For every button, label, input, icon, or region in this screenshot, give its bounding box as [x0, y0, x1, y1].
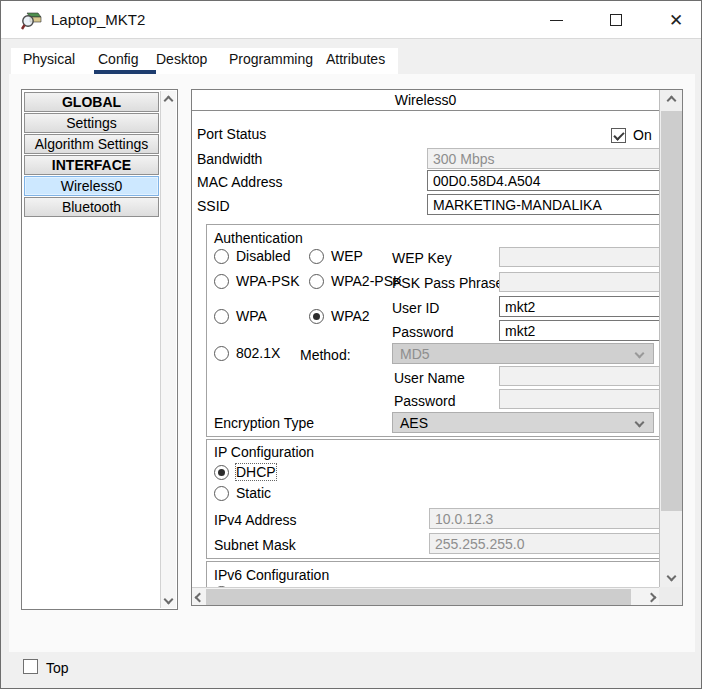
panel-vertical-scrollbar[interactable] [659, 90, 682, 587]
auth-password-field[interactable]: mkt2 [499, 320, 659, 341]
auth-radio-wpa-psk[interactable]: WPA-PSK [214, 272, 300, 290]
packet-tracer-device-icon [20, 8, 44, 32]
ssid-field[interactable]: MARKETING-MANDALIKA [427, 194, 659, 215]
ip-configuration-title: IP Configuration [214, 444, 314, 460]
maximize-button[interactable] [596, 1, 636, 39]
wep-key-field [499, 247, 659, 267]
mac-address-field[interactable]: 00D0.58D4.A504 [427, 170, 659, 191]
config-sidebar: GLOBAL Settings Algorithm Settings INTER… [21, 89, 178, 610]
sidebar-item-wireless0[interactable]: Wireless0 [24, 176, 159, 196]
panel-title: Wireless0 [192, 90, 659, 111]
auth-radio-wpa2[interactable]: WPA2 [309, 307, 370, 325]
radio-selected-icon[interactable] [214, 465, 229, 480]
authentication-groupbox: Authentication Disabled WEP WEP Key WPA-… [206, 224, 659, 437]
sidebar-scrollbar[interactable] [160, 91, 176, 608]
interface-panel: Wireless0 Port Status On Bandwidth 300 M… [191, 89, 683, 606]
close-button[interactable]: ✕ [656, 1, 696, 39]
ip-configuration-groupbox: IP Configuration DHCP Static IPv4 Addres… [206, 439, 659, 559]
encryption-type-label: Encryption Type [214, 415, 314, 431]
dot1x-username-field [499, 366, 659, 386]
tab-programming[interactable]: Programming [229, 48, 313, 70]
user-id-field[interactable]: mkt2 [499, 296, 659, 317]
tab-physical[interactable]: Physical [23, 48, 75, 70]
ipv6-configuration-groupbox: IPv6 Configuration [206, 561, 659, 587]
encryption-type-select[interactable]: AES [392, 412, 654, 433]
port-status-checkbox-row[interactable]: On [611, 126, 652, 144]
top-checkbox[interactable] [23, 659, 38, 674]
port-status-on-label: On [633, 127, 652, 143]
title-bar: Laptop_MKT2 ✕ [1, 1, 701, 39]
radio-icon[interactable] [309, 274, 324, 289]
auth-radio-8021x[interactable]: 802.1X [214, 344, 280, 362]
bandwidth-field: 300 Mbps [427, 148, 659, 169]
psk-pass-phrase-field [499, 272, 659, 292]
radio-icon[interactable] [214, 309, 229, 324]
scroll-left-icon[interactable] [193, 589, 205, 605]
sidebar-item-interface[interactable]: INTERFACE [24, 155, 159, 175]
tab-bar: Physical Config Desktop Programming Attr… [11, 48, 398, 74]
scroll-down-icon[interactable] [660, 569, 682, 583]
dot1x-password-label: Password [394, 393, 455, 409]
panel-horizontal-scrollbar[interactable] [192, 587, 659, 605]
tab-desktop[interactable]: Desktop [156, 48, 207, 70]
radio-icon[interactable] [214, 486, 229, 501]
radio-icon[interactable] [214, 249, 229, 264]
auth-password-label: Password [392, 324, 453, 340]
dot1x-username-label: User Name [394, 370, 465, 386]
user-id-label: User ID [392, 300, 439, 316]
auth-radio-wep[interactable]: WEP [309, 247, 363, 265]
subnet-mask-field: 255.255.255.0 [429, 533, 659, 554]
horizontal-scroll-thumb[interactable] [206, 589, 631, 605]
footer-bar: Top [1, 652, 701, 689]
auth-radio-wpa2-psk[interactable]: WPA2-PSK [309, 272, 402, 290]
subnet-mask-label: Subnet Mask [214, 537, 296, 553]
method-label: Method: [300, 347, 351, 363]
window-title: Laptop_MKT2 [51, 1, 145, 39]
tab-attributes[interactable]: Attributes [326, 48, 385, 70]
ip-radio-static[interactable]: Static [214, 484, 271, 502]
sidebar-item-global[interactable]: GLOBAL [24, 92, 159, 112]
ssid-label: SSID [197, 198, 230, 214]
port-status-checkbox[interactable] [611, 128, 626, 143]
auth-radio-wpa[interactable]: WPA [214, 307, 267, 325]
ipv6-configuration-title: IPv6 Configuration [214, 567, 329, 583]
panel-scroll-content: Port Status On Bandwidth 300 Mbps MAC Ad… [192, 111, 659, 587]
scroll-down-icon[interactable] [161, 592, 176, 606]
chevron-down-icon [635, 418, 645, 428]
ipv4-address-field: 10.0.12.3 [429, 508, 659, 529]
maximize-icon [610, 14, 622, 26]
scroll-up-icon[interactable] [161, 93, 176, 107]
tab-config[interactable]: Config [98, 48, 138, 70]
port-status-label: Port Status [197, 126, 266, 142]
vertical-scroll-thumb[interactable] [661, 111, 682, 511]
scrollbar-corner [659, 587, 682, 605]
sidebar-item-bluetooth[interactable]: Bluetooth [24, 197, 159, 217]
device-config-window: Laptop_MKT2 ✕ Physical Config Desktop Pr… [0, 0, 702, 689]
minimize-button[interactable] [536, 1, 576, 39]
method-select: MD5 [392, 343, 654, 364]
ip-radio-dhcp[interactable]: DHCP [214, 463, 276, 481]
psk-pass-phrase-label: PSK Pass Phrase [392, 275, 503, 291]
radio-icon[interactable] [309, 249, 324, 264]
auth-radio-disabled[interactable]: Disabled [214, 247, 290, 265]
sidebar-item-algorithm-settings[interactable]: Algorithm Settings [24, 134, 159, 154]
top-checkbox-label: Top [46, 660, 69, 676]
ipv4-address-label: IPv4 Address [214, 512, 297, 528]
radio-icon[interactable] [214, 274, 229, 289]
scroll-right-icon[interactable] [644, 589, 658, 605]
authentication-title: Authentication [214, 230, 303, 246]
sidebar-item-settings[interactable]: Settings [24, 113, 159, 133]
wep-key-label: WEP Key [392, 250, 452, 266]
radio-selected-icon[interactable] [309, 309, 324, 324]
scroll-up-icon[interactable] [660, 93, 682, 107]
mac-address-label: MAC Address [197, 174, 283, 190]
minimize-icon [550, 20, 563, 21]
radio-icon[interactable] [214, 346, 229, 361]
bandwidth-label: Bandwidth [197, 151, 262, 167]
dot1x-password-field [499, 389, 659, 409]
chevron-down-icon [635, 349, 645, 359]
